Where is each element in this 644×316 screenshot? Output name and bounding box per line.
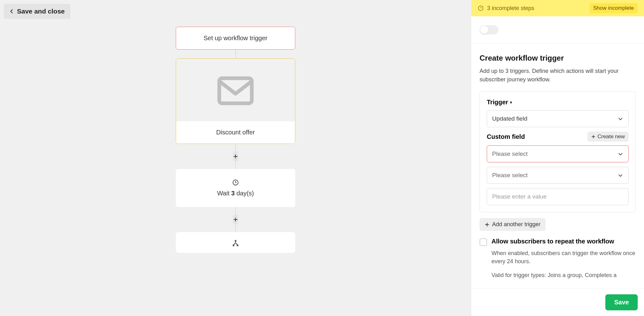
incomplete-banner: 3 incomplete steps Show incomplete [471,0,644,16]
workflow-active-toggle[interactable] [480,25,498,35]
wait-prefix: Wait [217,190,231,197]
trigger-node-label: Set up workflow trigger [203,35,267,41]
connector-with-add-2 [236,207,236,232]
svg-point-2 [235,240,236,242]
sidebar-content: Create workflow trigger Add up to 3 trig… [471,44,644,288]
sidebar: 3 incomplete steps Show incomplete Creat… [471,0,644,316]
connector [236,50,236,58]
trigger-type-value: Updated field [492,115,527,122]
trigger-value-input[interactable] [487,188,629,205]
operator-select[interactable]: Please select [487,167,629,184]
save-and-close-button[interactable]: Save and close [4,4,70,19]
svg-rect-0 [219,78,252,103]
condition-node[interactable] [176,232,295,253]
clock-icon [232,179,239,186]
plus-icon [233,154,238,159]
show-incomplete-button[interactable]: Show incomplete [590,3,638,13]
mail-icon [217,76,254,106]
trigger-node[interactable]: Set up workflow trigger [176,27,295,50]
save-button[interactable]: Save [605,294,638,310]
alert-icon [478,5,484,11]
panel-title: Create workflow trigger [480,54,636,63]
email-node-label-row: Discount offer [176,121,295,144]
repeat-workflow-valid: Valid for trigger types: Joins a group, … [491,271,636,279]
email-node-preview [176,59,295,121]
repeat-workflow-checkbox[interactable] [480,238,487,246]
repeat-workflow-label: Allow subscribers to repeat the workflow [491,238,614,245]
custom-field-label: Custom field [487,133,525,140]
chevron-down-icon [618,151,623,157]
svg-point-4 [237,245,238,246]
repeat-workflow-row: Allow subscribers to repeat the workflow [480,238,636,246]
save-label: Save [614,299,629,306]
trigger-type-select[interactable]: Updated field [487,110,629,127]
branch-icon [232,240,239,247]
connector-with-add [236,144,236,169]
show-incomplete-label: Show incomplete [593,5,634,11]
add-another-trigger-button[interactable]: Add another trigger [480,218,546,231]
workflow-column: Set up workflow trigger Discount offer W… [176,27,295,253]
sidebar-footer: Save [471,288,644,316]
wait-suffix: day(s) [235,190,254,197]
panel-description: Add up to 3 triggers. Define which actio… [480,67,636,84]
incomplete-text: 3 incomplete steps [487,5,534,12]
workflow-canvas: Save and close Set up workflow trigger D… [0,0,471,316]
email-node[interactable]: Discount offer [176,58,295,144]
plus-icon [485,222,490,227]
add-trigger-label: Add another trigger [492,221,541,228]
toggle-knob [480,26,488,34]
wait-text: Wait 3 day(s) [176,190,295,197]
repeat-workflow-desc: When enabled, subscribers can trigger th… [491,249,636,265]
trigger-config-box: Trigger Updated field Custom field Creat… [480,91,636,212]
wait-node[interactable]: Wait 3 day(s) [176,169,295,207]
plus-icon [591,134,596,139]
chevron-left-icon [9,9,14,14]
add-step-button-2[interactable] [233,215,238,225]
wait-icon-row [176,179,295,186]
custom-field-select[interactable]: Please select [487,145,629,162]
custom-field-row: Custom field Create new [487,132,629,142]
save-and-close-label: Save and close [17,8,65,15]
workflow-toggle-row [471,16,644,44]
svg-point-3 [233,245,234,246]
custom-field-select-placeholder: Please select [492,150,528,157]
email-node-label: Discount offer [216,129,255,136]
create-new-field-button[interactable]: Create new [587,132,629,142]
plus-icon [233,217,238,222]
operator-select-placeholder: Please select [492,172,528,179]
add-step-button[interactable] [233,151,238,161]
chevron-down-icon [618,172,623,178]
create-new-label: Create new [597,133,625,140]
chevron-down-icon [618,116,623,122]
wait-days: 3 [231,190,235,197]
trigger-label[interactable]: Trigger [487,99,629,106]
